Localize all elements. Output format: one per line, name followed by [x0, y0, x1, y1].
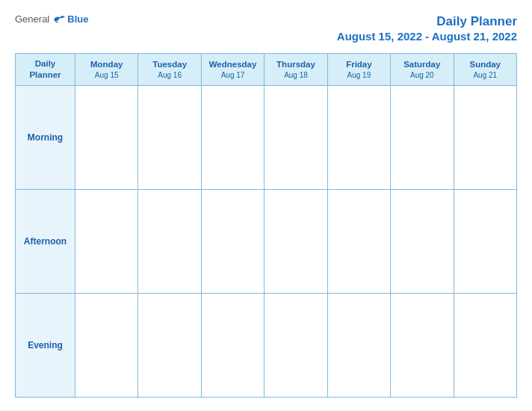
morning-tuesday[interactable]: [138, 85, 201, 189]
morning-saturday[interactable]: [391, 85, 454, 189]
header-label-cell: Daily Planner: [16, 54, 75, 86]
evening-wednesday[interactable]: [201, 293, 264, 397]
afternoon-saturday[interactable]: [391, 189, 454, 293]
date-range: August 15, 2022 - August 21, 2022: [337, 30, 517, 43]
evening-thursday[interactable]: [265, 293, 327, 397]
evening-friday[interactable]: [327, 293, 390, 397]
page-title: Daily Planner: [337, 13, 517, 30]
page-header: General Blue Daily Planner August 15, 20…: [15, 13, 517, 43]
logo-general-text: General: [15, 13, 49, 25]
morning-sunday[interactable]: [454, 85, 516, 189]
row-evening: Evening: [16, 293, 517, 397]
header-friday: Friday Aug 19: [327, 54, 390, 86]
logo: General Blue: [15, 13, 88, 25]
afternoon-tuesday[interactable]: [138, 189, 201, 293]
header-wednesday: Wednesday Aug 17: [201, 54, 264, 86]
logo-bird-icon: [52, 14, 66, 25]
afternoon-friday[interactable]: [327, 189, 390, 293]
title-area: Daily Planner August 15, 2022 - August 2…: [337, 13, 517, 43]
planner-label2: Planner: [19, 69, 72, 81]
morning-label: Morning: [16, 85, 75, 189]
afternoon-wednesday[interactable]: [201, 189, 264, 293]
row-afternoon: Afternoon: [16, 189, 517, 293]
morning-wednesday[interactable]: [201, 85, 264, 189]
planner-label: Daily: [19, 58, 72, 69]
header-monday: Monday Aug 15: [75, 54, 138, 86]
row-morning: Morning: [16, 85, 517, 189]
header-saturday: Saturday Aug 20: [391, 54, 454, 86]
header-sunday: Sunday Aug 21: [454, 54, 516, 86]
evening-monday[interactable]: [75, 293, 138, 397]
evening-saturday[interactable]: [391, 293, 454, 397]
morning-thursday[interactable]: [265, 85, 327, 189]
afternoon-label: Afternoon: [16, 189, 75, 293]
header-thursday: Thursday Aug 18: [265, 54, 327, 86]
evening-tuesday[interactable]: [138, 293, 201, 397]
afternoon-sunday[interactable]: [454, 189, 516, 293]
logo-area: General Blue: [15, 13, 88, 25]
afternoon-thursday[interactable]: [265, 189, 327, 293]
afternoon-monday[interactable]: [75, 189, 138, 293]
evening-sunday[interactable]: [454, 293, 516, 397]
header-tuesday: Tuesday Aug 16: [138, 54, 201, 86]
weekly-calendar: Daily Planner Monday Aug 15 Tuesday Aug …: [15, 53, 517, 398]
morning-friday[interactable]: [327, 85, 390, 189]
logo-blue-text: Blue: [67, 13, 88, 25]
evening-label: Evening: [16, 293, 75, 397]
morning-monday[interactable]: [75, 85, 138, 189]
